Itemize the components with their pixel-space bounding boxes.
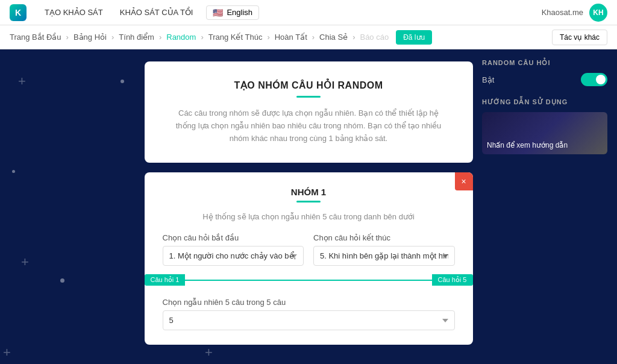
info-card-title: TẠO NHÓM CÂU HỎI RANDOM	[169, 80, 449, 91]
breadcrumb-home[interactable]: Trang Bắt Đầu	[10, 33, 61, 42]
guide-text: Nhấn để xem hướng dẫn	[487, 141, 568, 149]
sep-5: ›	[267, 33, 269, 42]
language-label: English	[227, 8, 252, 17]
badge-row: Câu hỏi 1 Câu hỏi 5	[145, 274, 473, 286]
right-panel: RANDOM CÂU HỎI Bật HƯỚNG DẪN SỬ DỤNG Nhấ…	[472, 49, 617, 176]
sep-4: ›	[201, 33, 203, 42]
task-button[interactable]: Tác vụ khác	[552, 30, 607, 45]
toggle-label: Bật	[482, 75, 494, 84]
group-divider	[296, 201, 321, 202]
header: K TẠO KHẢO SÁT KHẢO SÁT CỦA TỒI 🇺🇸 Engli…	[0, 0, 617, 25]
breadcrumb-complete[interactable]: Hoàn Tất	[275, 33, 307, 42]
breadcrumb-questions[interactable]: Bảng Hỏi	[74, 33, 107, 42]
domain-label: Khaosat.me	[542, 8, 583, 17]
guide-section: HƯỚNG DẪN SỬ DỤNG Nhấn để xem hướng dẫn	[482, 98, 607, 154]
breadcrumb-random[interactable]: Random	[166, 33, 196, 42]
end-question-select[interactable]: 5. Khi hình bên gặp lại thành một hìn	[313, 246, 455, 266]
nav-my-surveys[interactable]: KHẢO SÁT CỦA TỒI	[116, 5, 197, 19]
start-question-group: Chọn câu hỏi bắt đầu 1. Một người cho nư…	[163, 233, 304, 266]
sep-2: ›	[111, 33, 114, 42]
info-card-description: Các câu trong nhóm sẽ được lựa chọn ngẫu…	[169, 107, 449, 145]
guide-section-title: HƯỚNG DẪN SỬ DỤNG	[482, 98, 607, 106]
badge-end[interactable]: Câu hỏi 5	[432, 274, 473, 286]
breadcrumb-end-page[interactable]: Trang Kết Thúc	[208, 33, 263, 42]
info-card-divider	[296, 96, 321, 98]
random-toggle-section: RANDOM CÂU HỎI Bật	[482, 59, 607, 86]
flag-icon: 🇺🇸	[213, 8, 223, 17]
end-question-group: Chọn câu hỏi kết thúc 5. Khi hình bên gặ…	[313, 233, 455, 266]
end-question-label: Chọn câu hỏi kết thúc	[313, 233, 455, 242]
group-subtitle: Hệ thống sẽ lựa chọn ngẫu nhiên 5 câu tr…	[163, 212, 455, 221]
question-range-row: Chọn câu hỏi bắt đầu 1. Một người cho nư…	[163, 233, 455, 266]
avatar[interactable]: KH	[589, 4, 607, 22]
random-section-title: RANDOM CÂU HỎI	[482, 59, 607, 67]
badge-line	[185, 280, 431, 281]
logo-icon: K	[10, 4, 27, 21]
badge-start[interactable]: Câu hỏi 1	[145, 274, 186, 286]
breadcrumb: Trang Bắt Đầu › Bảng Hỏi › Tính điểm › R…	[0, 25, 617, 49]
info-card: TẠO NHÓM CÂU HỎI RANDOM Các câu trong nh…	[145, 61, 473, 163]
breadcrumb-share[interactable]: Chia Sẻ	[319, 33, 348, 42]
group-card: × NHÓM 1 Hệ thống sẽ lựa chọn ngẫu nhiên…	[145, 172, 473, 345]
sep-3: ›	[159, 33, 161, 42]
breadcrumb-report[interactable]: Báo cáo	[360, 33, 389, 42]
random-count-label: Chọn ngẫu nhiên 5 câu trong 5 câu	[163, 298, 455, 307]
logo: K	[10, 4, 27, 21]
random-count-section: Chọn ngẫu nhiên 5 câu trong 5 câu 5	[163, 298, 455, 330]
language-button[interactable]: 🇺🇸 English	[206, 5, 259, 20]
nav-create-survey[interactable]: TẠO KHẢO SÁT	[41, 5, 107, 19]
breadcrumb-scoring[interactable]: Tính điểm	[119, 33, 154, 42]
header-right: Khaosat.me KH	[542, 4, 607, 22]
toggle-row: Bật	[482, 73, 607, 86]
random-count-select[interactable]: 5	[163, 310, 455, 330]
sep-1: ›	[66, 33, 69, 42]
sep-6: ›	[312, 33, 315, 42]
save-button[interactable]: Đã lưu	[396, 30, 432, 45]
random-toggle[interactable]	[581, 73, 607, 86]
group-title: NHÓM 1	[163, 187, 455, 197]
close-group-button[interactable]: ×	[455, 172, 473, 190]
sep-7: ›	[352, 33, 355, 42]
start-question-label: Chọn câu hỏi bắt đầu	[163, 233, 304, 242]
start-question-select[interactable]: 1. Một người cho nước chảy vào bể,	[163, 246, 304, 266]
guide-card[interactable]: Nhấn để xem hướng dẫn	[482, 112, 607, 154]
guide-image: Nhấn để xem hướng dẫn	[482, 112, 607, 154]
